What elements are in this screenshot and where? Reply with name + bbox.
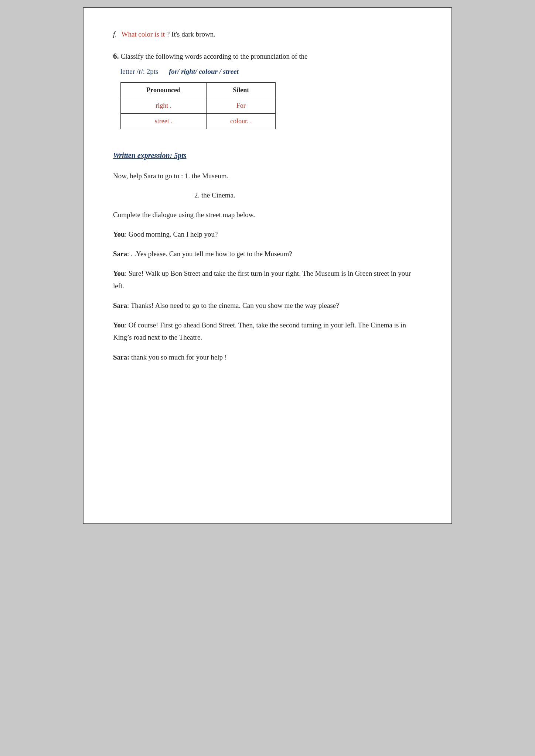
section-f-answer: ? It's dark brown. [167,30,215,38]
table-cell-right: right . [121,98,207,114]
speaker-sara-2: Sara [113,302,127,309]
table-cell-colour: colour. . [207,114,276,129]
intro-paragraph-2: 2. the Cinema. [194,189,422,201]
table-header-silent: Silent [207,83,276,98]
speaker-you-1: You [113,230,125,238]
letter-words: for/ right/ colour / street [169,68,239,75]
section-f-question: What color is it [121,30,165,38]
dialogue-text-5: : Of course! First go ahead Bond Street.… [113,321,406,341]
speaker-sara-1: Sara [113,250,127,258]
speaker-you-3: You [113,321,125,329]
section-f-label: f. [113,30,117,38]
section-6-number: 6. [113,52,119,61]
table-row: right . For [121,98,276,114]
dialogue-text-4: : Thanks! Also need to go to the cinema.… [127,302,339,309]
intro-paragraph-1: Now, help Sara to go to : 1. the Museum. [113,170,422,182]
section-6-title: 6. Classify the following words accordin… [113,52,422,61]
section-f: f. What color is it ? It's dark brown. [113,30,422,38]
table-cell-for: For [207,98,276,114]
dialogue-4: Sara: Thanks! Also need to go to the cin… [113,299,422,312]
letter-line-label: letter /r/: 2pts [120,68,158,75]
speaker-sara-3: Sara: [113,353,129,361]
table-cell-street: street . [121,114,207,129]
dialogue-6: Sara: thank you so much for your help ! [113,351,422,363]
letter-line: letter /r/: 2pts for/ right/ colour / st… [120,68,422,76]
speaker-you-2: You [113,269,125,277]
instruction: Complete the dialogue using the street m… [113,209,422,221]
table-header-pronounced: Pronounced [121,83,207,98]
dialogue-text-2: : . .Yes please. Can you tell me how to … [127,250,292,258]
dialogue-5: You: Of course! First go ahead Bond Stre… [113,319,422,344]
section-6: 6. Classify the following words accordin… [113,52,422,129]
section-6-title-text: Classify the following words according t… [121,52,308,60]
pronunciation-table: Pronounced Silent right . For street . c… [120,82,276,129]
table-row: street . colour. . [121,114,276,129]
dialogue-text-6: thank you so much for your help ! [129,353,227,361]
written-expression-title: Written expression: 5pts [113,151,422,160]
dialogue-text-1: : Good morning. Can I help you? [125,230,218,238]
dialogue-text-3: : Sure! Walk up Bon Street and take the … [113,269,411,289]
dialogue-3: You: Sure! Walk up Bon Street and take t… [113,267,422,292]
dialogue-1: You: Good morning. Can I help you? [113,228,422,240]
written-expression: Written expression: 5pts Now, help Sara … [113,151,422,363]
page: f. What color is it ? It's dark brown. 6… [83,7,452,524]
dialogue-2: Sara: . .Yes please. Can you tell me how… [113,248,422,260]
